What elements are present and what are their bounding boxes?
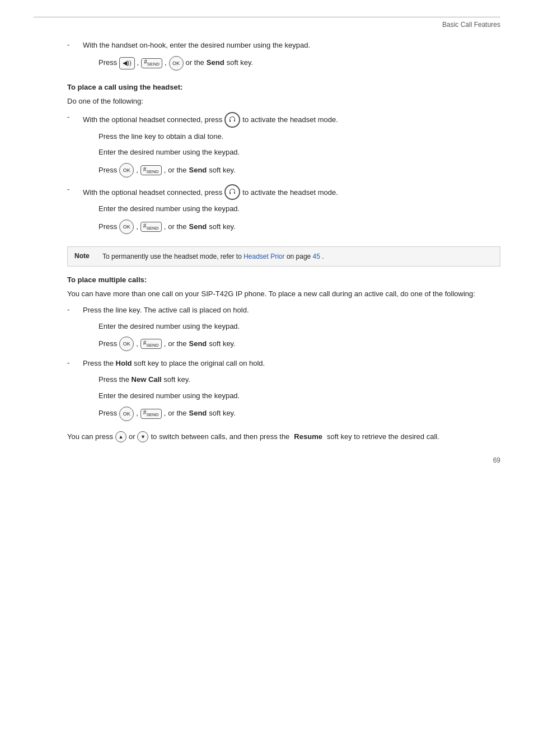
note-page-ref: on page [287,253,311,260]
headset-item2-intro-line: With the optional headset connected, pre… [83,184,500,200]
mc-item1-enter: Enter the desired number using the keypa… [99,321,500,333]
hash-send-icon-mc1: #SEND [140,339,162,349]
dash-bullet: - [67,40,78,49]
hash-label: #SEND [144,58,160,68]
switch-calls-line: You can press ▲ or ▼ to switch between c… [67,431,500,443]
dash-bullet-2: - [67,113,78,121]
headset-item1-content: With the optional headset connected, pre… [83,112,500,181]
headset-item1-line-key: Press the line key to obtain a dial tone… [99,131,500,143]
note-text: To permanently use the headset mode, ref… [102,251,324,262]
up-arrow-icon: ▲ [115,431,127,442]
soft-key-h2: soft key. [209,221,235,233]
mc-item1-intro: Press the line key. The active call is p… [83,305,500,316]
switch-calls-start: You can press [67,431,113,443]
dash-bullet-4: - [67,305,78,314]
handset-onhook-press-line: Press ◀)) , #SEND , OK or the [99,56,500,71]
mc-item2-content: Press the Hold soft key to place the ori… [83,358,500,424]
ok-button-icon-mc1: OK [119,337,134,351]
hash-send-icon-h2: #SEND [140,222,162,232]
note-box: Note To permanently use the headset mode… [67,246,500,267]
send-softkey-h1: Send [189,165,207,176]
mc-item1-content: Press the line key. The active call is p… [83,305,500,355]
note-period: . [322,253,324,260]
headset-icon-2 [224,184,240,200]
comma-2: , [165,57,167,69]
hash-label-h2: #SEND [143,222,159,232]
comma-h1: , [136,165,138,176]
headset-section: To place a call using the headset: Do on… [67,83,500,267]
dash-bullet-5: - [67,358,78,367]
or-text-mc1: or the [168,338,186,350]
do-one-text: Do one of the following: [67,96,500,108]
send-softkey-mc1: Send [189,338,207,350]
mc-item2-enter: Enter the desired number using the keypa… [99,390,500,402]
comma-mc1: , [136,338,138,350]
comma-mc1b: , [164,338,166,350]
ok-button-icon-h2: OK [119,220,134,234]
headset-icon-1 [224,112,240,128]
press-label-h2: Press [99,221,117,233]
page: Basic Call Features - With the handset o… [0,0,534,481]
send-softkey-mc2: Send [189,408,207,419]
note-page-num[interactable]: 45 [313,253,320,260]
or-text-mc2: or the [168,408,186,419]
or-text-1: or the [186,57,204,69]
hash-send-icon-mc2: #SEND [140,409,162,419]
comma-mc2b: , [164,408,166,419]
multiple-calls-intro: You can have more than one call on your … [67,288,500,300]
note-text-content: To permanently use the headset mode, ref… [102,253,242,260]
headset-item2-intro: With the optional headset connected, pre… [83,188,222,197]
press-label-h1: Press [99,165,117,176]
speaker-wave-icon: ◀)) [123,58,131,68]
ok-label-h2: OK [123,223,130,231]
send-softkey-h2: Send [189,221,207,233]
press-label-mc1: Press [99,338,117,350]
ok-button-icon-mc2: OK [119,407,134,421]
mc-item1-press-line: Press OK , #SEND , or the Send soft key. [99,337,500,351]
ok-label-mc2: OK [123,410,130,418]
mc-item2-new-call-end: soft key. [163,375,190,384]
multiple-calls-section: To place multiple calls: You can have mo… [67,276,500,443]
or-text-h2: or the [168,221,186,233]
ok-label-mc1: OK [123,340,130,348]
comma-h2: , [136,221,138,233]
headset-item1: - With the optional headset connected, p… [67,112,500,181]
mc-item2-intro-start: Press the [83,359,114,367]
switch-calls-end: soft key to retrieve the desired call. [327,431,439,443]
mc-item2-intro-end: soft key to place the original call on h… [134,359,265,367]
comma-mc2: , [136,408,138,419]
new-call-softkey: New Call [132,375,162,384]
headset-heading: To place a call using the headset: [67,83,500,91]
hash-label-mc1: #SEND [143,339,159,349]
hold-softkey: Hold [116,359,132,367]
hash-send-icon-h1: #SEND [140,165,162,175]
handset-onhook-section: - With the handset on-hook, enter the de… [67,40,500,74]
handset-onhook-item: - With the handset on-hook, enter the de… [67,40,500,74]
headset-item1-intro: With the optional headset connected, pre… [83,115,222,124]
send-softkey-1: Send [207,57,224,69]
headset-item2-content: With the optional headset connected, pre… [83,184,500,237]
hash-label-h1: #SEND [143,165,159,176]
page-header: Basic Call Features [34,17,500,29]
mc-item2: - Press the Hold soft key to place the o… [67,358,500,424]
headset-item2: - With the optional headset connected, p… [67,184,500,237]
headset-item1-to-activate: to activate the headset mode. [242,115,338,124]
headset-item2-press-line: Press OK , #SEND , or the Send soft key. [99,220,500,234]
soft-key-mc1: soft key. [209,338,235,350]
header-title: Basic Call Features [442,21,500,29]
headset-item1-intro-line: With the optional headset connected, pre… [83,112,500,128]
multiple-calls-heading: To place multiple calls: [67,276,500,284]
note-link[interactable]: Headset Prior [243,253,284,260]
headset-item2-to-activate: to activate the headset mode. [242,188,338,197]
hash-label-mc2: #SEND [143,408,159,419]
hash-send-icon: #SEND [141,58,162,68]
or-text-h1: or the [168,165,186,176]
dash-bullet-3: - [67,185,78,193]
mc-item1: - Press the line key. The active call is… [67,305,500,355]
press-label-1: Press [99,57,117,69]
soft-key-1: soft key. [227,57,253,69]
ok-button-icon-h1: OK [119,163,134,178]
comma-h2b: , [164,221,166,233]
mc-item2-press-line: Press OK , #SEND , or the Send soft key. [99,407,500,421]
headset-item1-enter: Enter the desired number using the keypa… [99,147,500,158]
